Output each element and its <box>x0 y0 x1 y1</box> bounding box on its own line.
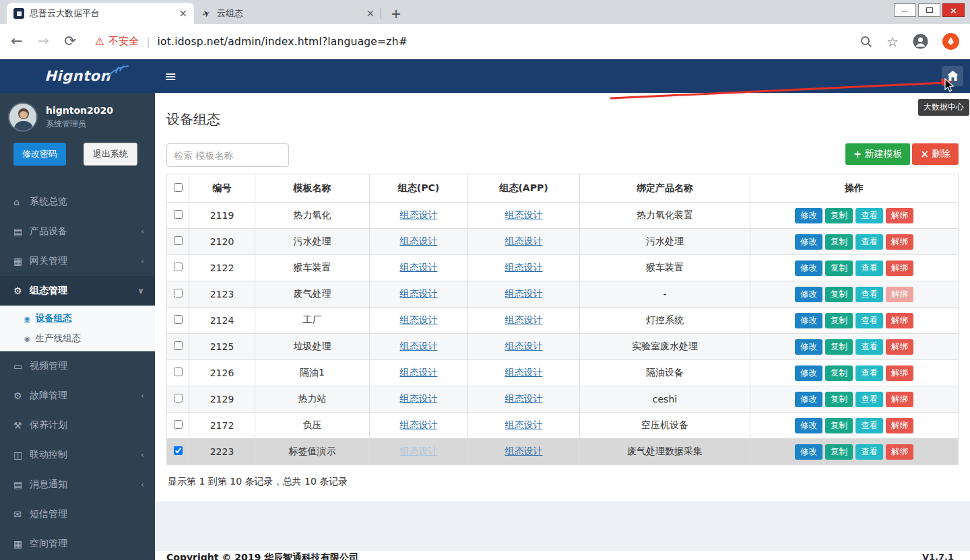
copy-button[interactable]: 复制 <box>825 339 853 355</box>
view-button[interactable]: 查看 <box>855 365 883 381</box>
logout-button[interactable]: 退出系统 <box>84 143 137 166</box>
unbind-button[interactable]: 解绑 <box>886 260 913 276</box>
unbind-button[interactable]: 解绑 <box>886 339 913 355</box>
copy-button[interactable]: 复制 <box>825 287 853 302</box>
tab-close-icon[interactable]: × <box>179 7 187 20</box>
pc-design-link[interactable]: 组态设计 <box>400 393 438 404</box>
unbind-button[interactable]: 解绑 <box>886 208 913 223</box>
edit-button[interactable]: 修改 <box>795 339 822 355</box>
restore-button[interactable] <box>918 3 940 17</box>
reload-button[interactable]: ⟳ <box>64 34 76 48</box>
view-button[interactable]: 查看 <box>855 418 883 433</box>
pc-design-link[interactable]: 组态设计 <box>400 367 438 378</box>
edit-button[interactable]: 修改 <box>795 418 822 433</box>
pc-design-link[interactable]: 组态设计 <box>400 288 438 299</box>
browser-orange-badge-icon[interactable] <box>942 33 959 50</box>
row-checkbox[interactable] <box>174 420 183 429</box>
sidebar-item-config-management[interactable]: ⚙组态管理∨ <box>0 276 155 306</box>
app-design-link[interactable]: 组态设计 <box>505 419 543 430</box>
sidebar-item-message-notification[interactable]: ▤消息通知‹ <box>0 470 155 499</box>
sidebar-item-video-management[interactable]: ▭视频管理 <box>0 351 155 381</box>
row-checkbox[interactable] <box>174 262 183 271</box>
edit-button[interactable]: 修改 <box>795 365 822 381</box>
address-bar[interactable]: ⚠ 不安全 | iot.idosp.net/admin/index.html?l… <box>95 35 851 48</box>
app-design-link[interactable]: 组态设计 <box>505 314 543 325</box>
edit-button[interactable]: 修改 <box>795 234 822 250</box>
view-button[interactable]: 查看 <box>855 208 883 223</box>
sidebar-subitem-device-config[interactable]: ◉设备组态 <box>0 308 155 328</box>
view-button[interactable]: 查看 <box>855 287 883 302</box>
avatar[interactable] <box>8 102 38 132</box>
pc-design-link[interactable]: 组态设计 <box>400 341 438 351</box>
row-checkbox[interactable] <box>174 341 183 350</box>
copy-button[interactable]: 复制 <box>825 234 853 250</box>
row-checkbox[interactable] <box>174 236 183 245</box>
sidebar-item-maintenance-plan[interactable]: ⚒保养计划 <box>0 411 155 440</box>
back-button[interactable]: ← <box>11 34 23 48</box>
edit-button[interactable]: 修改 <box>795 287 822 302</box>
copy-button[interactable]: 复制 <box>825 313 853 328</box>
search-input[interactable] <box>166 143 289 167</box>
forward-button[interactable]: → <box>38 34 50 48</box>
copy-button[interactable]: 复制 <box>825 208 853 223</box>
app-design-link[interactable]: 组态设计 <box>505 446 543 456</box>
unbind-button[interactable]: 解绑 <box>886 444 913 460</box>
tab-close-icon[interactable]: × <box>366 7 375 20</box>
pc-design-link[interactable]: 组态设计 <box>400 262 438 273</box>
edit-button[interactable]: 修改 <box>795 208 822 223</box>
row-checkbox[interactable] <box>174 210 183 219</box>
pc-design-link[interactable]: 组态设计 <box>400 209 438 220</box>
delete-button[interactable]: × 删除 <box>912 143 959 165</box>
sidebar-item-system-overview[interactable]: ⌂系统总览 <box>0 187 155 217</box>
row-checkbox[interactable] <box>174 368 183 376</box>
sidebar-item-space-management[interactable]: ▦空间管理 <box>0 529 155 559</box>
view-button[interactable]: 查看 <box>855 339 883 355</box>
edit-button[interactable]: 修改 <box>795 260 822 276</box>
copy-button[interactable]: 复制 <box>825 418 853 433</box>
copy-button[interactable]: 复制 <box>825 444 853 460</box>
copy-button[interactable]: 复制 <box>825 365 853 381</box>
sidebar-item-gateway-management[interactable]: ▦网关管理‹ <box>0 246 155 276</box>
pc-design-link[interactable]: 组态设计 <box>400 419 438 430</box>
pc-design-link[interactable]: 组态设计 <box>400 236 438 246</box>
unbind-button[interactable]: 解绑 <box>886 313 913 328</box>
change-password-button[interactable]: 修改密码 <box>13 143 66 166</box>
unbind-button[interactable]: 解绑 <box>886 234 913 250</box>
menu-toggle-icon[interactable]: ≡ <box>164 68 176 85</box>
row-checkbox[interactable] <box>174 446 183 455</box>
sidebar-item-product-devices[interactable]: ▤产品设备‹ <box>0 217 155 246</box>
unbind-button[interactable]: 解绑 <box>886 287 913 302</box>
view-button[interactable]: 查看 <box>855 234 883 250</box>
edit-button[interactable]: 修改 <box>795 444 822 460</box>
url-text[interactable]: iot.idosp.net/admin/index.html?language=… <box>158 36 408 48</box>
unbind-button[interactable]: 解绑 <box>886 418 913 433</box>
app-design-link[interactable]: 组态设计 <box>505 367 543 378</box>
pc-design-link[interactable]: 组态设计 <box>400 446 438 456</box>
edit-button[interactable]: 修改 <box>795 313 822 328</box>
close-button[interactable]: × <box>942 3 965 17</box>
sidebar-item-sms-management[interactable]: ✉短信管理 <box>0 499 155 529</box>
browser-tab-cloud-config[interactable]: ✈ 云组态 × <box>194 3 381 24</box>
sidebar-item-fault-management[interactable]: ⚙故障管理‹ <box>0 381 155 411</box>
edit-button[interactable]: 修改 <box>795 392 822 407</box>
sidebar-subitem-production-line-config[interactable]: ◉生产线组态 <box>0 328 155 349</box>
pc-design-link[interactable]: 组态设计 <box>400 314 438 325</box>
row-checkbox[interactable] <box>174 394 183 403</box>
view-button[interactable]: 查看 <box>855 444 883 460</box>
app-design-link[interactable]: 组态设计 <box>505 288 543 299</box>
profile-icon[interactable] <box>912 33 929 50</box>
minimize-button[interactable]: — <box>894 3 916 17</box>
view-button[interactable]: 查看 <box>855 260 883 276</box>
app-design-link[interactable]: 组态设计 <box>505 393 543 404</box>
view-button[interactable]: 查看 <box>855 313 883 328</box>
new-template-button[interactable]: + 新建模板 <box>845 143 911 165</box>
home-button[interactable] <box>942 66 963 86</box>
copy-button[interactable]: 复制 <box>825 260 853 276</box>
app-design-link[interactable]: 组态设计 <box>505 209 543 220</box>
new-tab-button[interactable]: + <box>387 4 406 23</box>
copy-button[interactable]: 复制 <box>825 392 853 407</box>
bookmark-star-icon[interactable]: ☆ <box>886 34 899 50</box>
app-design-link[interactable]: 组态设计 <box>505 262 543 273</box>
app-design-link[interactable]: 组态设计 <box>505 236 543 246</box>
select-all-checkbox[interactable] <box>174 183 183 192</box>
